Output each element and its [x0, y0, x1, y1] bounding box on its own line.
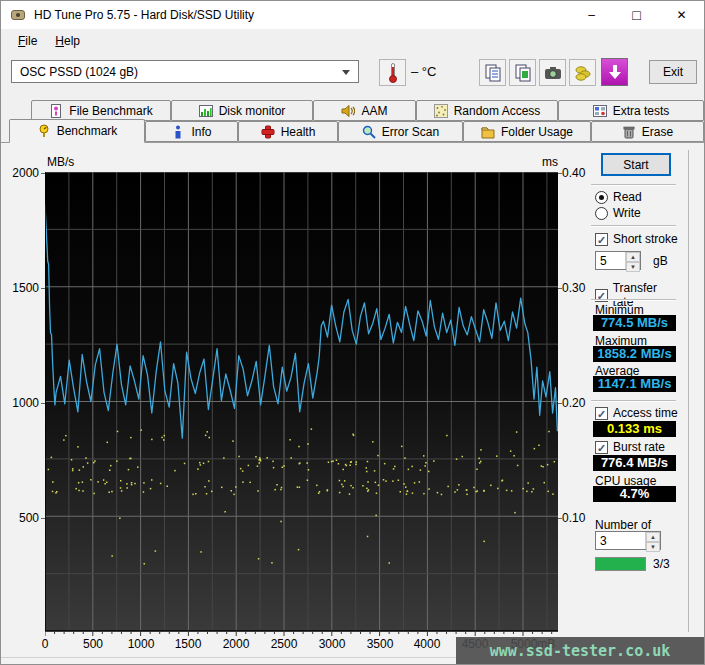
tab-aam[interactable]: AAM — [313, 100, 416, 121]
menu-help[interactable]: Help — [46, 31, 89, 51]
close-button[interactable]: ✕ — [659, 1, 704, 29]
minimize-button[interactable]: – — [569, 1, 614, 29]
maximize-button[interactable]: □ — [614, 1, 659, 29]
menu-bar: File Help — [1, 29, 704, 53]
temperature-button[interactable] — [379, 59, 406, 86]
minimum-value: 774.5 MB/s — [593, 315, 676, 331]
average-value: 1147.1 MB/s — [593, 376, 676, 392]
hand-coins-icon — [573, 63, 593, 83]
burst-rate-value: 776.4 MB/s — [593, 455, 676, 471]
save-results-button[interactable] — [569, 59, 596, 86]
copy-text-icon — [483, 63, 503, 83]
bottom-divider — [1, 657, 456, 658]
start-button[interactable]: Start — [601, 153, 671, 176]
passes-value: 3 — [596, 532, 645, 549]
x-tick-label: 2000 — [214, 637, 258, 651]
spinner-buttons[interactable]: ▲▼ — [625, 252, 640, 269]
benchmark-gauge-icon — [37, 124, 51, 138]
write-label: Write — [613, 206, 641, 220]
spin-down-icon[interactable]: ▼ — [626, 262, 640, 272]
tab-health[interactable]: Health — [238, 121, 338, 142]
burst-rate-checkbox[interactable]: ✓ — [595, 441, 608, 454]
benchmark-plot — [45, 172, 558, 638]
short-stroke-label: Short stroke — [613, 232, 678, 246]
title-bar[interactable]: HD Tune Pro 5.75 - Hard Disk/SSD Utility… — [1, 1, 704, 29]
x-tick-label: 0 — [23, 637, 67, 651]
window-title: HD Tune Pro 5.75 - Hard Disk/SSD Utility — [34, 8, 569, 22]
read-radio-row[interactable]: Read — [595, 190, 642, 204]
burst-rate-row[interactable]: ✓ Burst rate — [595, 440, 665, 454]
short-stroke-row[interactable]: ✓ Short stroke — [595, 232, 678, 246]
tab-benchmark[interactable]: Benchmark — [9, 119, 145, 143]
tab-info[interactable]: Info — [145, 121, 238, 142]
benchmark-page: MB/s ms 2000 1500 1000 500 0.40 0.30 0.2… — [1, 142, 704, 664]
access-time-label: Access time — [613, 406, 678, 420]
thermometer-icon — [388, 63, 398, 83]
info-icon — [171, 125, 185, 139]
access-time-checkbox[interactable]: ✓ — [595, 407, 608, 420]
write-radio[interactable] — [595, 207, 608, 220]
aam-speaker-icon — [341, 104, 355, 118]
short-stroke-value: 5 — [596, 252, 625, 269]
copy-image-button[interactable] — [509, 59, 536, 86]
toolbar: OSC PSSD (1024 gB) – °C — [1, 53, 704, 91]
plot-svg — [45, 172, 558, 638]
maximum-value: 1858.2 MB/s — [593, 346, 676, 362]
access-time-value: 0.133 ms — [593, 421, 676, 437]
y-tick-label: 1000 — [1, 396, 39, 410]
right-axis-unit: ms — [542, 155, 558, 169]
copy-text-button[interactable] — [479, 59, 506, 86]
hd-tune-window: HD Tune Pro 5.75 - Hard Disk/SSD Utility… — [0, 0, 705, 665]
drive-select-value: OSC PSSD (1024 gB) — [20, 65, 138, 79]
y-tick-label: 500 — [1, 511, 39, 525]
short-stroke-checkbox[interactable]: ✓ — [595, 233, 608, 246]
watermark: www.ssd-tester.co.uk — [456, 637, 704, 664]
x-tick-label: 3500 — [358, 637, 402, 651]
x-tick-label: 2500 — [262, 637, 306, 651]
spin-up-icon[interactable]: ▲ — [626, 252, 640, 262]
extra-tests-icon — [593, 104, 607, 118]
passes-spinner[interactable]: 3 ▲▼ — [595, 531, 661, 550]
trash-icon — [622, 125, 636, 139]
x-tick-label: 1000 — [119, 637, 163, 651]
x-tick-label: 4000 — [405, 637, 449, 651]
tab-extra-tests[interactable]: Extra tests — [558, 100, 704, 121]
download-button[interactable] — [601, 58, 628, 86]
file-benchmark-icon — [49, 104, 63, 118]
menu-file[interactable]: File — [9, 31, 46, 51]
read-radio[interactable] — [595, 191, 608, 204]
exit-button[interactable]: Exit — [649, 60, 697, 84]
y-tick-label: 1500 — [1, 281, 39, 295]
screenshot-button[interactable] — [539, 59, 566, 86]
tab-error-scan[interactable]: Error Scan — [338, 121, 463, 142]
read-label: Read — [613, 190, 642, 204]
x-tick-label: 500 — [71, 637, 115, 651]
health-cross-icon — [261, 125, 275, 139]
short-stroke-spinner[interactable]: 5 ▲▼ — [595, 251, 641, 270]
access-time-row[interactable]: ✓ Access time — [595, 406, 678, 420]
drive-select-dropdown[interactable]: OSC PSSD (1024 gB) — [11, 60, 359, 83]
short-stroke-unit: gB — [653, 254, 668, 268]
tab-erase[interactable]: Erase — [591, 121, 704, 142]
folder-icon — [481, 125, 495, 139]
disk-monitor-icon — [199, 104, 213, 118]
pass-progress-bar — [595, 557, 646, 571]
side-panel: Start Read Write ✓ Short stroke 5 ▲▼ gB — [591, 142, 679, 664]
spin-up-icon[interactable]: ▲ — [646, 532, 660, 542]
random-access-icon — [434, 104, 448, 118]
spin-down-icon[interactable]: ▼ — [646, 542, 660, 552]
chevron-down-icon — [342, 70, 350, 75]
camera-icon — [543, 63, 563, 83]
write-radio-row[interactable]: Write — [595, 206, 641, 220]
cpu-usage-value: 4.7% — [593, 486, 676, 502]
x-tick-label: 3000 — [310, 637, 354, 651]
tab-folder-usage[interactable]: Folder Usage — [463, 121, 591, 142]
tab-file-benchmark[interactable]: File Benchmark — [31, 100, 171, 121]
left-axis-unit: MB/s — [47, 155, 74, 169]
error-scan-magnifier-icon — [362, 125, 376, 139]
tab-disk-monitor[interactable]: Disk monitor — [171, 100, 313, 121]
tab-random-access[interactable]: Random Access — [416, 100, 558, 121]
spinner-buttons[interactable]: ▲▼ — [645, 532, 660, 549]
app-icon — [10, 7, 26, 23]
x-tick-label: 1500 — [166, 637, 210, 651]
